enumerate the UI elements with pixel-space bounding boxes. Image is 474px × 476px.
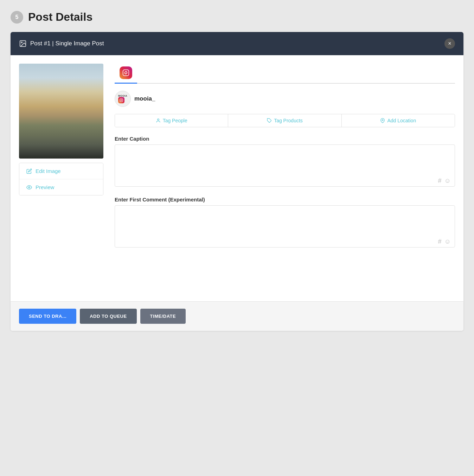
edit-image-label: Edit Image: [36, 168, 61, 174]
image-preview: [19, 64, 103, 159]
image-actions: Edit Image Preview: [19, 163, 103, 195]
add-to-queue-button[interactable]: ADD TO QUEUE: [80, 309, 136, 324]
svg-point-7: [157, 119, 159, 121]
step-badge: 5: [11, 11, 23, 24]
left-panel: Edit Image Preview: [19, 64, 103, 293]
platform-tabs: [115, 64, 455, 84]
comment-input[interactable]: [115, 205, 455, 247]
image-preview-inner: [19, 64, 103, 159]
comment-emoji-icon[interactable]: ☺: [444, 238, 451, 245]
page-title: Post Details: [28, 11, 92, 24]
comment-section: Enter First Comment (Experimental) # ☺: [115, 197, 455, 249]
edit-image-button[interactable]: Edit Image: [19, 163, 103, 179]
tag-icon: [267, 118, 272, 123]
emoji-icon[interactable]: ☺: [444, 177, 451, 185]
preview-label: Preview: [36, 184, 54, 190]
tag-products-label: Tag Products: [274, 118, 303, 123]
caption-label: Enter Caption: [115, 136, 455, 142]
instagram-tab[interactable]: [115, 64, 137, 84]
page-header: 5 Post Details: [11, 11, 463, 24]
hashtag-icon[interactable]: #: [438, 177, 442, 185]
tag-people-label: Tag People: [163, 118, 187, 123]
svg-point-9: [382, 120, 384, 121]
location-icon: [380, 118, 385, 123]
avatar-ig-icon: [118, 97, 124, 103]
card-header-left: Post #1 | Single Image Post: [19, 40, 104, 47]
close-icon: ×: [448, 40, 451, 47]
instagram-icon: [120, 66, 132, 79]
close-button[interactable]: ×: [444, 38, 455, 49]
add-location-button[interactable]: Add Location: [342, 114, 455, 127]
preview-button[interactable]: Preview: [19, 179, 103, 195]
svg-point-2: [28, 187, 30, 188]
card-header: Post #1 | Single Image Post ×: [11, 32, 463, 55]
main-card: Post #1 | Single Image Post ×: [11, 32, 463, 331]
pencil-icon: [26, 168, 32, 174]
action-tags: Tag People Tag Products: [115, 114, 455, 127]
avatar-text: MOOIA: [118, 95, 127, 97]
svg-point-1: [21, 42, 22, 43]
tag-people-button[interactable]: Tag People: [115, 114, 228, 127]
tag-products-button[interactable]: Tag Products: [228, 114, 341, 127]
post-label: Post #1 | Single Image Post: [30, 40, 104, 47]
comment-label: Enter First Comment (Experimental): [115, 197, 455, 202]
footer-actions: SEND TO DRA... ADD TO QUEUE TIME/DATE: [11, 301, 463, 331]
image-icon: [19, 40, 27, 47]
caption-icons: # ☺: [438, 177, 451, 185]
comment-hashtag-icon[interactable]: #: [438, 238, 442, 245]
svg-rect-3: [123, 70, 129, 76]
person-icon: [156, 118, 161, 123]
caption-input[interactable]: [115, 144, 455, 187]
time-date-button[interactable]: TIME/DATE: [140, 309, 186, 324]
send-to-draft-button[interactable]: SEND TO DRA...: [19, 309, 76, 324]
account-name: mooia_: [134, 95, 155, 102]
avatar-inner: MOOIA: [118, 95, 127, 103]
account-row: MOOIA mooia_: [115, 91, 455, 107]
add-location-label: Add Location: [387, 118, 416, 123]
right-panel: MOOIA mooia_: [115, 64, 455, 293]
caption-section: Enter Caption # ☺: [115, 136, 455, 188]
eye-icon: [26, 185, 32, 190]
card-body: Edit Image Preview: [11, 55, 463, 301]
avatar: MOOIA: [115, 91, 131, 107]
comment-icons: # ☺: [438, 238, 451, 245]
svg-rect-5: [120, 98, 123, 101]
page-wrapper: 5 Post Details Post #1 | Single Image Po…: [11, 11, 463, 331]
